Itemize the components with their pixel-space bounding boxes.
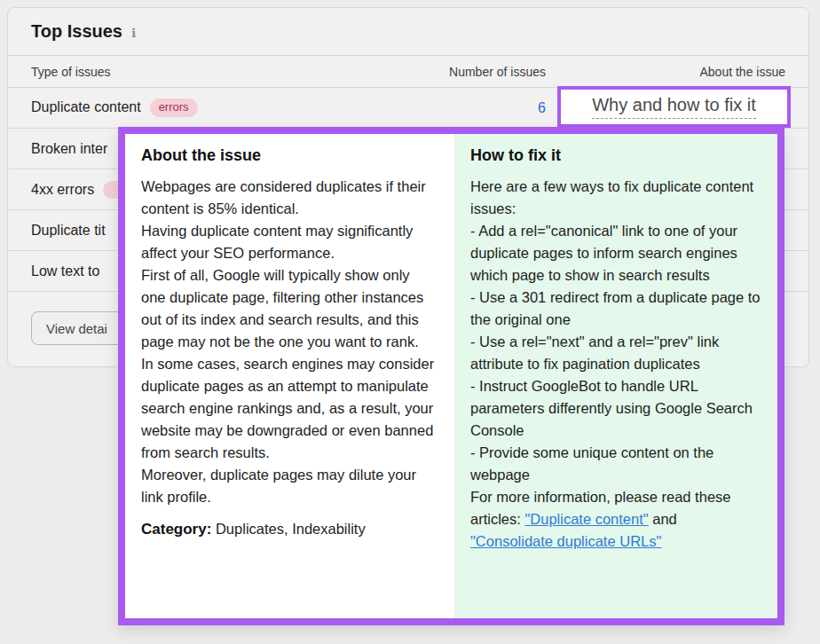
- how-to-fix-heading: How to fix it: [470, 145, 763, 167]
- and-text: and: [649, 511, 677, 527]
- issue-type-label: Duplicate content: [31, 99, 141, 115]
- col-header-count: Number of issues: [390, 65, 546, 79]
- why-fix-link[interactable]: Why and how to fix it: [592, 95, 756, 119]
- duplicate-content-link[interactable]: "Duplicate content": [524, 511, 648, 527]
- info-icon[interactable]: ℹ: [131, 27, 136, 39]
- issue-type-label: Low text to: [31, 263, 99, 279]
- col-header-about: About the issue: [546, 65, 785, 79]
- issue-count-link[interactable]: 6: [390, 100, 546, 116]
- about-issue-heading: About the issue: [141, 145, 435, 167]
- col-header-type: Type of issues: [31, 65, 390, 79]
- how-to-fix-body: Here are a few ways to fix duplicate con…: [470, 176, 763, 553]
- about-issue-body: Webpages are considered duplicates if th…: [141, 176, 435, 508]
- category-value: Duplicates, Indexability: [211, 521, 365, 537]
- fix-body-text: Here are a few ways to fix duplicate con…: [470, 178, 761, 527]
- issue-type-label: Duplicate tit: [31, 223, 106, 239]
- issue-type-label: 4xx errors: [31, 182, 94, 198]
- consolidate-urls-link[interactable]: "Consolidate duplicate URLs": [470, 533, 661, 549]
- about-issue-panel: About the issue Webpages are considered …: [125, 134, 454, 618]
- how-to-fix-panel: How to fix it Here are a few ways to fix…: [454, 134, 777, 618]
- category-label: Category:: [141, 521, 211, 538]
- issue-tooltip-popup: About the issue Webpages are considered …: [118, 127, 785, 625]
- table-header-row: Type of issues Number of issues About th…: [8, 56, 808, 88]
- why-fix-link-highlight[interactable]: Why and how to fix it: [557, 86, 791, 128]
- screenshot-root: Top Issues ℹ Type of issues Number of is…: [0, 0, 820, 644]
- issue-type-cell: Duplicate contenterrors: [31, 98, 390, 117]
- issue-type-label: Broken inter: [31, 141, 107, 157]
- panel-header: Top Issues ℹ: [8, 8, 808, 56]
- errors-badge: errors: [150, 98, 198, 117]
- panel-title: Top Issues: [31, 21, 122, 42]
- category-line: Category: Duplicates, Indexability: [141, 521, 435, 538]
